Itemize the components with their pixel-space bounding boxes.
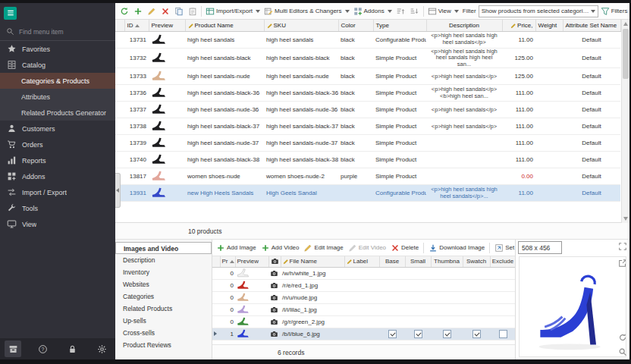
- cell-id[interactable]: 13740: [124, 152, 149, 168]
- cell-price[interactable]: 111.00: [502, 102, 535, 118]
- tab-description[interactable]: Description: [115, 254, 212, 266]
- cell-file-name[interactable]: /b/l/blue_6.jpg: [281, 328, 344, 340]
- sidebar-item-orders[interactable]: Orders: [0, 136, 115, 152]
- cell-label[interactable]: [344, 303, 379, 315]
- col-header-price[interactable]: Price,: [502, 20, 535, 31]
- zoom-button[interactable]: [617, 347, 628, 357]
- cell-base[interactable]: [379, 291, 405, 303]
- cell-attribute-set[interactable]: Default: [563, 118, 620, 135]
- cell-pr[interactable]: 0: [220, 267, 235, 279]
- cell-color[interactable]: black: [338, 102, 373, 118]
- app-menu-button[interactable]: [4, 7, 17, 20]
- cell-exclude[interactable]: [490, 279, 516, 291]
- fullscreen-button[interactable]: [617, 241, 628, 252]
- image-row-nude-jpg[interactable]: 0/n/u/nude.jpg: [212, 291, 516, 303]
- sort-ascending-button[interactable]: [394, 5, 407, 17]
- cell-small[interactable]: [405, 303, 431, 315]
- sidebar-item-addons[interactable]: Addons: [0, 168, 115, 184]
- cell-small[interactable]: [405, 279, 431, 291]
- cell-description[interactable]: [426, 135, 502, 152]
- store-box-button[interactable]: [5, 340, 21, 357]
- cell-type[interactable]: Simple Product: [373, 152, 426, 168]
- cell-camera[interactable]: [268, 315, 281, 328]
- col-header-swatch[interactable]: Swatch: [463, 256, 490, 267]
- set-resize-rule-button[interactable]: Set Resize Rule: [493, 243, 515, 253]
- cell-pr[interactable]: 1: [220, 328, 235, 340]
- product-row-13817[interactable]: 13817women shoes-nudewomen shoes-nude-2p…: [115, 168, 620, 185]
- cell-preview[interactable]: [149, 152, 185, 168]
- cell-type[interactable]: Simple Product: [373, 118, 426, 135]
- cell-exclude[interactable]: [490, 315, 516, 328]
- cell-swatch[interactable]: [463, 303, 490, 315]
- cell-weight[interactable]: [535, 48, 563, 68]
- cell-pr[interactable]: 0: [220, 315, 235, 328]
- resize-dimensions-box[interactable]: 508 x 456: [518, 241, 562, 254]
- cell-preview[interactable]: [235, 328, 268, 340]
- cell-thumbnail[interactable]: [431, 291, 463, 303]
- cell-id[interactable]: 13931: [124, 185, 149, 202]
- delete-product-button[interactable]: [159, 5, 171, 17]
- cell-price[interactable]: 111.00: [502, 85, 535, 102]
- cell-price[interactable]: 11.00: [502, 31, 535, 48]
- cell-sku[interactable]: women shoes-nude-2: [264, 168, 338, 185]
- sidebar-item-tools[interactable]: Tools: [0, 200, 115, 216]
- add-image-button[interactable]: Add Image: [215, 243, 258, 253]
- cell-weight[interactable]: [535, 85, 563, 102]
- cell-swatch[interactable]: [463, 279, 490, 291]
- cell-exclude[interactable]: [490, 291, 516, 303]
- tab-images-and-video[interactable]: Images and Video: [115, 242, 212, 254]
- import-export-menu-button[interactable]: Import/Export: [204, 6, 262, 17]
- cell-select[interactable]: [115, 85, 124, 102]
- refresh-button[interactable]: [118, 5, 130, 17]
- cell-type[interactable]: Simple Product: [373, 68, 426, 85]
- cell-pr[interactable]: 0: [220, 291, 235, 303]
- scroll-up-arrow[interactable]: [623, 22, 628, 26]
- cell-file-name[interactable]: /n/u/nude.jpg: [281, 291, 344, 303]
- cell-pr[interactable]: 0: [220, 279, 235, 291]
- cell-select[interactable]: [212, 315, 220, 328]
- cell-preview[interactable]: [149, 68, 185, 85]
- cell-label[interactable]: [344, 315, 379, 328]
- cell-color[interactable]: black: [338, 118, 373, 135]
- cell-sku[interactable]: high heel sandals-nude-36: [264, 102, 338, 118]
- scrollbar-thumb[interactable]: [623, 29, 629, 79]
- cell-preview[interactable]: [149, 118, 185, 135]
- cell-label[interactable]: [344, 279, 379, 291]
- exclude-checkbox[interactable]: [499, 330, 507, 338]
- cell-select[interactable]: [212, 279, 220, 291]
- sidebar-item-import-export[interactable]: Import / Export: [0, 184, 115, 200]
- cell-id[interactable]: 13736: [124, 85, 149, 102]
- cell-thumbnail[interactable]: [431, 279, 463, 291]
- cell-select[interactable]: [212, 267, 220, 279]
- cell-sku[interactable]: high heel sandals-black-37: [264, 118, 338, 135]
- sidebar-item-related-products-generator[interactable]: Related Products Generator: [0, 105, 115, 121]
- cell-description[interactable]: [426, 168, 502, 185]
- tab-categories[interactable]: Categories: [115, 290, 212, 303]
- product-row-13736[interactable]: 13736high heel sandals-black-36high heel…: [115, 85, 620, 102]
- col-header-id[interactable]: ID: [124, 20, 149, 31]
- cell-color[interactable]: black: [338, 68, 373, 85]
- add-video-button[interactable]: Add Video: [259, 243, 301, 253]
- cell-swatch[interactable]: [463, 267, 490, 279]
- product-row-13731[interactable]: 13731high heel sandalshigh heel sandalsb…: [115, 31, 620, 48]
- cell-attribute-set[interactable]: Default: [563, 102, 620, 118]
- cell-id[interactable]: 13739: [124, 135, 149, 152]
- cell-sku[interactable]: high heel sandals-black-38: [264, 152, 338, 168]
- copy-button[interactable]: [172, 5, 185, 17]
- cell-base[interactable]: [379, 315, 405, 328]
- cell-attribute-set[interactable]: Default: [563, 135, 620, 152]
- cell-base[interactable]: [379, 267, 405, 279]
- cell-weight[interactable]: [535, 152, 563, 168]
- base-checkbox[interactable]: [388, 330, 397, 338]
- cell-select[interactable]: [115, 31, 124, 48]
- swatch-checkbox[interactable]: [472, 330, 481, 338]
- thumbnail-checkbox[interactable]: [443, 330, 451, 338]
- col-header-exclude[interactable]: Exclude: [490, 256, 516, 267]
- product-row-13739[interactable]: 13739high heel sandals-nude-37high heel …: [115, 135, 620, 152]
- cell-id[interactable]: 13732: [124, 48, 149, 68]
- scroll-down-arrow[interactable]: [623, 217, 628, 221]
- cell-exclude[interactable]: [490, 267, 516, 279]
- product-row-13732[interactable]: 13732high heel sandals-blackhigh heel sa…: [115, 48, 620, 68]
- image-row-red-1-jpg[interactable]: 0/r/e/red_1.jpg: [212, 279, 516, 291]
- cell-preview[interactable]: [235, 315, 268, 328]
